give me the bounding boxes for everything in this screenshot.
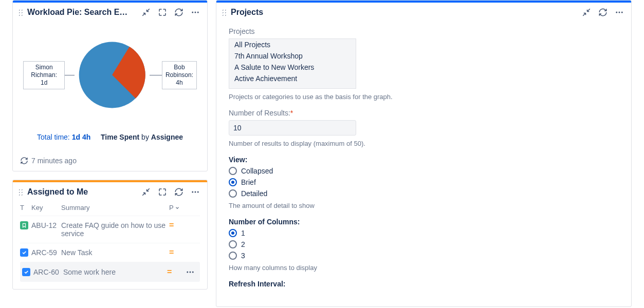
svg-point-7 — [187, 272, 188, 273]
minimize-icon[interactable] — [141, 187, 151, 197]
priority-medium-icon: = — [167, 268, 172, 276]
projects-help-text: Projects or categories to use as the bas… — [229, 93, 619, 101]
minimize-icon[interactable] — [582, 8, 591, 17]
pie-slice-label: BobRobinson: 4h — [162, 61, 197, 89]
issue-key[interactable]: ARC-59 — [31, 248, 61, 257]
cols-radio-3[interactable] — [229, 252, 237, 260]
columns-label: Number of Columns: — [229, 218, 619, 226]
priority-medium-icon: = — [169, 248, 174, 257]
listbox-option[interactable]: Active Achievement — [229, 73, 356, 84]
refresh-interval-label: Refresh Interval: — [229, 280, 619, 288]
maximize-icon[interactable] — [158, 187, 167, 197]
issuetype-task-icon — [22, 268, 30, 276]
svg-point-8 — [190, 272, 191, 273]
projects-field-label: Projects — [229, 27, 619, 35]
svg-point-11 — [619, 12, 620, 13]
refresh-icon[interactable] — [598, 8, 608, 17]
view-help-text: The amount of detail to show — [229, 202, 619, 209]
svg-point-1 — [195, 12, 196, 13]
more-icon[interactable] — [615, 8, 624, 17]
num-results-label: Number of Results:* — [229, 109, 619, 117]
minimize-icon[interactable] — [141, 8, 151, 17]
row-actions-icon[interactable] — [182, 267, 198, 277]
gadget-title: Projects — [231, 8, 263, 17]
table-row[interactable]: ARC-59 New Task = — [20, 243, 200, 262]
table-header: T Key Summary P — [20, 202, 200, 216]
maximize-icon[interactable] — [158, 8, 167, 17]
columns-help-text: How many columns to display — [229, 264, 619, 272]
issue-summary[interactable]: New Task — [61, 248, 169, 257]
refresh-icon[interactable] — [174, 187, 183, 197]
view-radio-detailed[interactable] — [229, 189, 237, 198]
pie-slice-name: Simon Richman — [31, 64, 55, 79]
pie-slice-name: BobRobinson — [165, 64, 192, 79]
gadget-assigned-to-me: Assigned to Me — [12, 180, 208, 290]
radio-label: Brief — [241, 178, 256, 186]
total-time-label: Total time: — [37, 133, 70, 141]
table-row[interactable]: ABU-12 Create FAQ guide on how to use se… — [20, 216, 200, 243]
pie-chart — [78, 31, 146, 119]
col-summary[interactable]: Summary — [61, 204, 169, 211]
pie-summary: Total time: 1d 4h Time Spent by Assignee — [23, 133, 197, 141]
col-type[interactable]: T — [20, 204, 31, 211]
refresh-icon[interactable] — [174, 8, 183, 17]
gadget-projects: Projects Projects All Projects — [216, 0, 632, 307]
svg-point-12 — [621, 12, 623, 13]
svg-point-5 — [195, 191, 196, 193]
col-priority[interactable]: P — [169, 204, 185, 211]
gadget-workload-pie: Workload Pie: Search Eng… — [12, 0, 208, 171]
drag-handle-icon[interactable] — [18, 188, 23, 196]
last-refresh-text: 7 minutes ago — [31, 157, 77, 165]
pie-slice-label: Simon Richman: 1d — [23, 61, 65, 89]
radio-label: Collapsed — [241, 167, 273, 175]
radio-label: 2 — [241, 240, 245, 248]
svg-point-2 — [197, 12, 199, 13]
gadget-title: Assigned to Me — [27, 187, 88, 197]
view-radio-brief[interactable] — [229, 178, 237, 186]
more-icon[interactable] — [191, 187, 200, 197]
num-results-input[interactable] — [229, 120, 356, 136]
radio-label: Detailed — [241, 189, 267, 198]
pie-slice-value: 1d — [41, 79, 47, 86]
view-label: View: — [229, 156, 619, 164]
pie-slice-value: 4h — [176, 79, 182, 86]
table-row[interactable]: ARC-60 Some work here = — [20, 262, 200, 282]
projects-listbox[interactable]: All Projects 7th Annual Workshop A Salut… — [229, 38, 356, 89]
leader-line — [150, 75, 162, 75]
issue-summary[interactable]: Some work here — [63, 268, 167, 276]
drag-handle-icon[interactable] — [222, 9, 227, 16]
col-key[interactable]: Key — [31, 204, 61, 211]
svg-point-4 — [192, 191, 193, 193]
priority-medium-icon: = — [169, 221, 174, 229]
num-results-help-text: Number of results to display (maximum of… — [229, 140, 619, 147]
svg-point-10 — [616, 12, 617, 13]
more-icon[interactable] — [191, 8, 200, 17]
listbox-option[interactable]: All Projects — [229, 39, 356, 50]
refresh-icon[interactable] — [20, 157, 28, 165]
listbox-option[interactable]: 7th Annual Workshop — [229, 50, 356, 62]
dimension-label: Assignee — [151, 133, 183, 141]
svg-point-9 — [192, 272, 194, 273]
svg-point-0 — [192, 12, 193, 13]
issue-key[interactable]: ARC-60 — [33, 268, 63, 276]
chevron-down-icon — [175, 205, 180, 210]
issue-summary[interactable]: Create FAQ guide on how to use service — [61, 221, 169, 238]
metric-label: Time Spent — [101, 133, 139, 141]
radio-label: 3 — [241, 252, 245, 260]
leader-line — [65, 75, 74, 75]
issuetype-story-icon — [20, 221, 28, 229]
total-time-value: 1d 4h — [72, 133, 91, 141]
svg-point-6 — [197, 191, 199, 193]
by-label: by — [141, 133, 149, 141]
drag-handle-icon[interactable] — [18, 9, 23, 16]
issue-key[interactable]: ABU-12 — [31, 221, 61, 229]
cols-radio-2[interactable] — [229, 240, 237, 248]
radio-label: 1 — [241, 229, 245, 237]
issuetype-task-icon — [20, 248, 28, 257]
listbox-option[interactable]: A Salute to New Workers — [229, 62, 356, 73]
cols-radio-1[interactable] — [229, 229, 237, 237]
gadget-title: Workload Pie: Search Eng… — [27, 8, 130, 17]
view-radio-collapsed[interactable] — [229, 167, 237, 175]
